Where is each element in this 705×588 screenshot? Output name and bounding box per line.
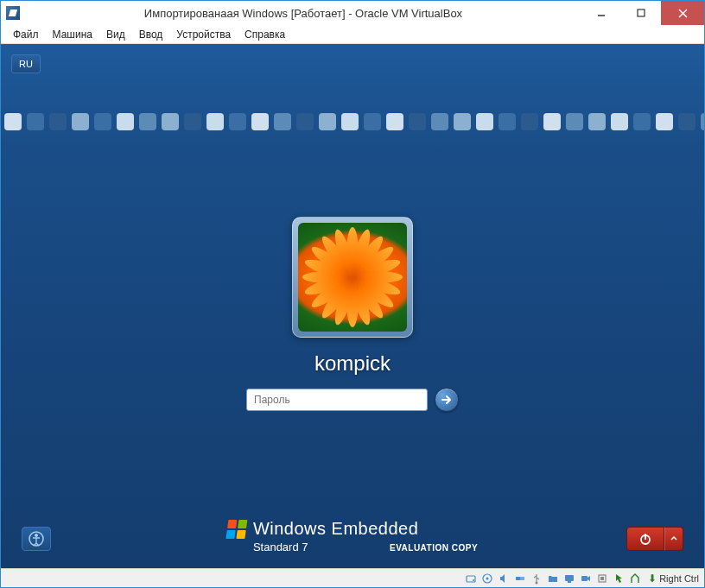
password-row: [246, 388, 459, 412]
password-input[interactable]: [246, 389, 428, 411]
avatar-image: [298, 223, 407, 332]
power-icon: [638, 532, 652, 546]
virtualbox-window: Импортированаая Windows [Работает] - Ora…: [0, 0, 705, 588]
host-key-label: Right Ctrl: [659, 573, 699, 584]
svg-rect-12: [516, 577, 520, 580]
login-panel: kompick: [246, 217, 459, 412]
svg-rect-19: [600, 577, 604, 580]
svg-point-11: [486, 577, 489, 579]
network-icon[interactable]: [513, 572, 527, 585]
close-button[interactable]: [661, 1, 704, 25]
menu-help[interactable]: Справка: [238, 27, 292, 42]
decorative-squares: [1, 113, 704, 130]
menubar: Файл Машина Вид Ввод Устройства Справка: [1, 25, 704, 44]
svg-rect-1: [638, 9, 645, 16]
keyboard-captured-icon[interactable]: [628, 572, 642, 585]
host-key-indicator[interactable]: ⬇ Right Ctrl: [648, 572, 699, 585]
svg-rect-13: [520, 577, 524, 580]
arrow-right-icon: [441, 394, 453, 406]
display-icon[interactable]: [562, 572, 576, 585]
svg-point-5: [35, 534, 38, 537]
os-branding: Windows Embedded Standard 7 EVALUATION C…: [227, 519, 478, 554]
maximize-icon: [637, 9, 645, 17]
guest-display: RU kompick Windows Embedded Stan: [1, 44, 704, 568]
svg-point-14: [536, 581, 538, 584]
language-indicator[interactable]: RU: [11, 54, 41, 73]
brand-eval: EVALUATION COPY: [390, 543, 478, 553]
window-controls: [581, 1, 704, 25]
chevron-up-icon: [670, 534, 678, 543]
mouse-integration-icon[interactable]: [612, 572, 626, 585]
window-title: Импортированаая Windows [Работает] - Ora…: [25, 7, 581, 20]
cpu-icon[interactable]: [595, 572, 609, 585]
submit-button[interactable]: [435, 388, 459, 412]
svg-rect-16: [568, 581, 571, 583]
minimize-button[interactable]: [581, 1, 621, 25]
user-avatar[interactable]: [292, 217, 413, 338]
svg-rect-8: [467, 576, 475, 582]
menu-devices[interactable]: Устройства: [169, 27, 238, 42]
brand-sub: Standard 7: [253, 541, 308, 553]
brand-main: Windows Embedded: [253, 519, 418, 539]
svg-point-9: [473, 579, 474, 581]
hard-disk-icon[interactable]: [464, 572, 478, 585]
shutdown-button[interactable]: [626, 527, 664, 551]
windows-flag-icon: [225, 520, 247, 539]
minimize-icon: [597, 9, 606, 17]
menu-machine[interactable]: Машина: [46, 27, 99, 42]
optical-disk-icon[interactable]: [480, 572, 494, 585]
menu-file[interactable]: Файл: [6, 27, 46, 42]
menu-view[interactable]: Вид: [99, 27, 132, 42]
svg-rect-17: [581, 576, 588, 581]
virtualbox-icon: [6, 6, 20, 20]
statusbar: ⬇ Right Ctrl: [1, 568, 704, 587]
shutdown-menu-button[interactable]: [664, 527, 683, 551]
recording-icon[interactable]: [579, 572, 593, 585]
ease-of-access-icon: [28, 530, 45, 547]
ease-of-access-button[interactable]: [22, 527, 51, 551]
menu-input[interactable]: Ввод: [132, 27, 170, 42]
usb-icon[interactable]: [530, 572, 543, 585]
close-icon: [678, 9, 688, 18]
svg-rect-15: [565, 575, 574, 581]
username-label: kompick: [314, 351, 391, 376]
host-key-arrow-icon: ⬇: [648, 572, 657, 585]
shared-folders-icon[interactable]: [546, 572, 560, 585]
maximize-button[interactable]: [621, 1, 661, 25]
audio-icon[interactable]: [497, 572, 511, 585]
titlebar[interactable]: Импортированаая Windows [Работает] - Ora…: [1, 1, 704, 25]
power-button-group: [626, 527, 683, 551]
